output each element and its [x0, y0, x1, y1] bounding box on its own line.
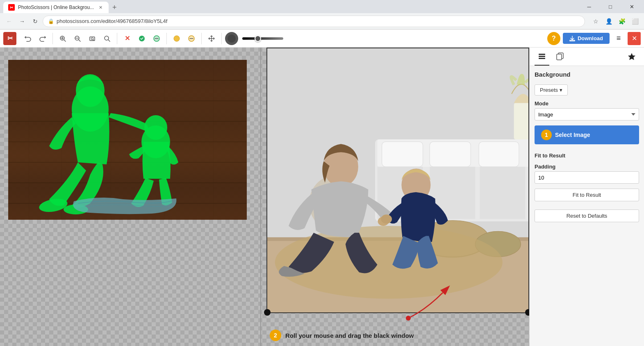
minimize-icon: ─ [587, 4, 591, 10]
svg-rect-45 [382, 142, 423, 167]
canvas-area: 2 Roll your mouse and drag the black win… [0, 48, 529, 346]
download-label: Download [578, 35, 603, 41]
reset-container: Reset to Defaults [535, 209, 639, 222]
lock-icon: 🔒 [48, 18, 54, 24]
svg-rect-48 [514, 103, 528, 139]
presets-arrow: ▾ [560, 87, 562, 93]
svg-line-1 [64, 40, 66, 41]
presets-btn[interactable]: Presets ▾ [535, 84, 568, 96]
panel-tabs [530, 48, 644, 66]
move-btn[interactable] [205, 32, 218, 45]
brush-size-slider[interactable] [242, 37, 283, 40]
preview-panel[interactable] [266, 48, 529, 313]
resize-handle-bl[interactable] [264, 309, 271, 316]
reset-defaults-btn[interactable]: Reset to Defaults [535, 209, 639, 222]
tab-title: PhotoScissors | Online Backgrou... [18, 5, 94, 10]
address-text: photoscissors.com/editor/496768597/8iloY… [57, 18, 167, 24]
panel-body: Background Presets ▾ Mode Image None [530, 66, 644, 227]
right-panel: Background Presets ▾ Mode Image None [529, 48, 644, 346]
select-image-label: Select Image [555, 132, 590, 138]
maximize-btn[interactable]: □ [601, 0, 619, 13]
mode-select[interactable]: Image None Color Blur [535, 108, 639, 121]
tab-close-btn[interactable]: ✕ [97, 4, 104, 11]
green-brush-btn[interactable] [135, 32, 148, 45]
forward-btn[interactable]: → [16, 16, 28, 27]
presets-label: Presets [540, 87, 558, 93]
select-image-btn[interactable]: 1 Select Image [535, 125, 639, 144]
panel-tab-copy[interactable] [553, 51, 567, 66]
padding-label: Padding [535, 164, 639, 170]
bookmark-btn[interactable]: ☆ [590, 16, 601, 27]
resize-handle-br[interactable] [525, 309, 529, 316]
title-bar: ✂ PhotoScissors | Online Backgrou... ✕ +… [0, 0, 644, 13]
color-indicator[interactable] [225, 32, 238, 45]
select-image-container: 1 Select Image [535, 125, 639, 144]
fit-result-btn-label: Fit to Result [573, 192, 601, 198]
menu-btn[interactable]: ≡ [612, 32, 625, 45]
address-bar[interactable]: 🔒 photoscissors.com/editor/496768597/8il… [43, 16, 585, 27]
svg-line-5 [79, 40, 80, 41]
sidebar-btn[interactable]: ⬜ [629, 16, 641, 27]
canvas-divider [260, 48, 261, 346]
close-window-btn[interactable]: ✕ [623, 0, 641, 13]
padding-container: Padding [535, 164, 639, 184]
app-toolbar: ✂ ✕ [0, 30, 644, 48]
minimize-btn[interactable]: ─ [580, 0, 598, 13]
eraser-btn[interactable] [150, 32, 163, 45]
new-tab-btn[interactable]: + [109, 2, 120, 13]
undo-btn[interactable] [21, 32, 34, 45]
svg-rect-63 [539, 56, 545, 57]
sep5 [221, 33, 222, 44]
fit-result-btn-container: Fit to Result [535, 189, 639, 201]
step-2-indicator: 2 [270, 330, 281, 341]
svg-point-15 [174, 36, 180, 41]
zoom-in-btn[interactable] [56, 32, 69, 45]
mode-container: Mode Image None Color Blur [535, 100, 639, 121]
svg-point-61 [406, 316, 411, 321]
svg-rect-46 [430, 142, 471, 167]
yellow-circle-btn[interactable] [170, 32, 183, 45]
main-content: 2 Roll your mouse and drag the black win… [0, 48, 644, 346]
presets-container: Presets ▾ [535, 84, 639, 96]
extensions-btn[interactable]: 🧩 [616, 16, 628, 27]
svg-rect-44 [480, 167, 525, 219]
close-app-btn[interactable]: ✕ [628, 32, 641, 45]
reset-btn-label: Reset to Defaults [567, 213, 608, 219]
background-section: Background [535, 71, 639, 80]
close-window-icon: ✕ [630, 4, 634, 10]
fit-result-btn[interactable]: Fit to Result [535, 189, 639, 201]
download-btn[interactable]: Download [563, 33, 610, 44]
padding-input[interactable] [535, 171, 639, 184]
hint-bar: 2 Roll your mouse and drag the black win… [270, 330, 414, 341]
panel-tab-star[interactable] [624, 51, 639, 66]
tab-favicon: ✂ [8, 4, 15, 11]
maximize-icon: □ [609, 4, 612, 10]
refresh-btn[interactable]: ↻ [30, 16, 41, 27]
nav-bar: ← → ↻ 🔒 photoscissors.com/editor/4967685… [0, 13, 644, 30]
app-logo: ✂ [3, 32, 16, 45]
sep4 [201, 33, 202, 44]
svg-line-9 [93, 39, 94, 40]
canvas-background[interactable]: 2 Roll your mouse and drag the black win… [0, 48, 529, 346]
svg-marker-67 [628, 53, 635, 60]
cancel-btn[interactable]: ✕ [121, 32, 134, 45]
profile-btn[interactable]: 👤 [603, 16, 614, 27]
redo-btn[interactable] [36, 32, 49, 45]
svg-rect-64 [539, 58, 545, 59]
left-image-panel [8, 60, 247, 220]
step-1-badge: 1 [541, 130, 552, 140]
zoom-fit-btn[interactable] [86, 32, 99, 45]
back-btn[interactable]: ← [3, 16, 15, 27]
fit-result-section: Fit to Result [535, 153, 639, 159]
svg-rect-47 [479, 142, 519, 167]
zoom-100-btn[interactable] [100, 32, 114, 45]
active-tab[interactable]: ✂ PhotoScissors | Online Backgrou... ✕ [3, 2, 109, 13]
help-btn[interactable]: ? [547, 32, 560, 45]
svg-rect-62 [539, 54, 545, 55]
svg-rect-7 [90, 37, 95, 41]
stamp-btn[interactable] [185, 32, 198, 45]
background-title: Background [535, 71, 639, 78]
svg-line-11 [108, 40, 110, 41]
panel-tab-layers[interactable] [535, 51, 549, 66]
zoom-out-btn[interactable] [71, 32, 84, 45]
